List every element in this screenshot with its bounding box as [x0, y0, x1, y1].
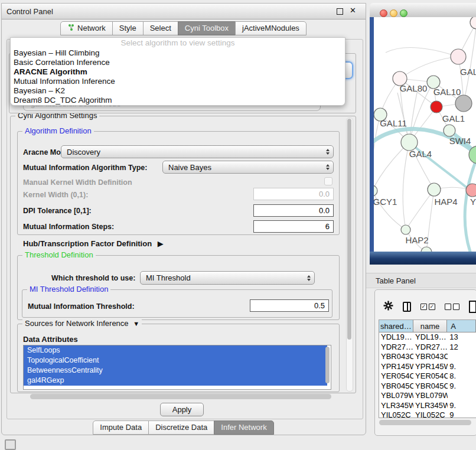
network-node[interactable] — [451, 49, 466, 64]
stepper-arrows-icon — [307, 275, 311, 281]
page-icon[interactable] — [469, 301, 476, 313]
network-node[interactable] — [466, 184, 476, 197]
network-edge[interactable] — [374, 142, 409, 191]
chevron-down-icon: ▼ — [133, 320, 139, 327]
table-row[interactable]: YER054CYER054C8. — [379, 371, 476, 381]
table-cell: 8. — [448, 371, 476, 381]
network-node-label: GAL80 — [400, 83, 428, 93]
algorithm-option[interactable]: Dream8 DC_TDC Algorithm — [11, 96, 345, 105]
network-node[interactable] — [431, 101, 442, 113]
tab-cyni-toolbox[interactable]: Cyni Toolbox — [178, 21, 236, 35]
table-cell: YDL19… — [379, 332, 413, 343]
tab-impute-data[interactable]: Impute Data — [93, 420, 149, 435]
network-edge[interactable] — [386, 47, 458, 57]
tab-select[interactable]: Select — [143, 21, 178, 35]
table-panel-title: Table Panel — [376, 276, 416, 285]
table-row[interactable]: YPR145WYPR145W9. — [379, 362, 476, 372]
network-edge[interactable] — [403, 142, 409, 230]
split-columns-icon[interactable] — [403, 302, 411, 312]
table-column-header[interactable]: shared… — [379, 320, 413, 332]
table-horizontal-scrollbar[interactable] — [379, 420, 471, 425]
network-node[interactable] — [374, 185, 377, 196]
kernel-width-field[interactable]: 0.0 — [253, 188, 334, 200]
control-panel-title: Control Panel — [6, 7, 53, 16]
algorithm-options: Bayesian – Hill ClimbingBasic Correlatio… — [11, 48, 345, 105]
algorithm-option[interactable]: Bayesian – K2 — [11, 86, 345, 96]
attribute-item[interactable]: gal4RGexp — [24, 376, 327, 386]
data-attributes-items: SelfLoopsTopologicalCoefficientBetweenne… — [24, 345, 331, 386]
table-column-header[interactable]: A — [447, 320, 476, 332]
table-row[interactable]: YBR045CYBR045C9. — [379, 381, 476, 392]
listbox-scrollbar-thumb[interactable] — [325, 347, 330, 383]
mi-threshold-field[interactable]: 0.5 — [250, 299, 329, 312]
algorithm-option[interactable]: Mutual Information Inference — [11, 77, 345, 86]
tab-style[interactable]: Style — [112, 21, 144, 35]
table-cell: YBR045C — [379, 381, 413, 392]
table-cell: YPR145W — [379, 362, 413, 372]
attribute-item[interactable]: TopologicalCoefficient — [24, 356, 327, 366]
window-close-button[interactable] — [380, 9, 387, 17]
attribute-item[interactable]: SelfLoops — [24, 345, 327, 356]
table-row[interactable]: YIL052CYIL052C9 — [379, 410, 476, 418]
network-node-label: GAL — [460, 67, 476, 77]
aracne-mode-combo[interactable]: Discovery — [61, 145, 334, 158]
table-cell: YIL052C — [379, 410, 413, 418]
network-node[interactable] — [401, 134, 418, 151]
mi-algorithm-type-combo[interactable]: Naive Bayes — [162, 161, 334, 174]
network-window-border-bottom — [370, 252, 476, 265]
algorithm-option[interactable]: ARACNE Algorithm — [11, 67, 345, 77]
attribute-item[interactable]: BetweennessCentrality — [24, 366, 327, 376]
network-edge[interactable] — [400, 57, 458, 79]
application-root: Control Panel ✕ Network Style Select Cyn… — [0, 0, 476, 450]
algorithm-option[interactable]: Basic Correlation Inference — [11, 58, 345, 67]
hub-definition-toggle[interactable]: Hub/Transcription Factor Definition ▶ — [23, 239, 164, 248]
table-cell: YER054C — [379, 371, 413, 381]
gear-icon[interactable] — [383, 301, 393, 313]
float-window-button[interactable] — [337, 8, 343, 15]
which-threshold-combo[interactable]: MI Threshold — [140, 271, 315, 285]
table-row[interactable]: YBR043CYBR043C — [379, 352, 476, 362]
tab-discretize-data[interactable]: Discretize Data — [148, 420, 214, 435]
sources-toggle[interactable]: Sources for Network Inference ▼ — [22, 319, 142, 328]
tab-network[interactable]: Network — [60, 21, 113, 35]
window-zoom-button[interactable] — [400, 9, 407, 17]
select-all-icon[interactable]: ✓✓ — [420, 304, 435, 310]
network-window-titlebar[interactable] — [370, 3, 476, 18]
table-column-header[interactable]: name — [413, 320, 448, 332]
network-node[interactable] — [428, 183, 441, 196]
mi-steps-field[interactable]: 6 — [253, 220, 334, 233]
minimized-panel-icon[interactable] — [5, 439, 16, 450]
network-node[interactable] — [401, 225, 410, 234]
tab-jactivemnodules[interactable]: jActiveMNodules — [235, 21, 307, 35]
settings-vertical-scrollbar[interactable] — [346, 118, 353, 392]
settings-scrollbar-thumb[interactable] — [347, 119, 351, 340]
kernel-width-label: Kernel Width (0,1): — [23, 191, 88, 199]
network-node[interactable] — [455, 95, 472, 112]
tab-infer-network[interactable]: Infer Network — [214, 420, 273, 435]
stepper-arrows-icon — [326, 164, 330, 170]
algorithm-dropdown-list: Select algorithm to view settings Bayesi… — [10, 37, 345, 106]
table-cell: YLR345W — [413, 401, 448, 411]
deselect-all-icon[interactable] — [445, 304, 459, 310]
apply-button[interactable]: Apply — [160, 403, 204, 416]
network-canvas[interactable]: GALGAL80GAL10GAL1GAL11SWI4GAL4GCY1HAP4YH… — [374, 17, 476, 252]
settings-horizontal-scrollbar[interactable] — [30, 394, 331, 399]
table-row[interactable]: YBL079WYBL079W — [379, 391, 476, 401]
network-node[interactable] — [444, 125, 455, 136]
dpi-tolerance-field[interactable]: 0.0 — [253, 204, 334, 217]
node-table[interactable]: shared…nameA YDL19…YDL19…13YDR27…YDR27…1… — [379, 319, 476, 418]
table-row[interactable]: YLR345WYLR345W9. — [379, 401, 476, 411]
network-node[interactable] — [421, 247, 432, 252]
window-minimize-button[interactable] — [390, 9, 397, 17]
control-panel-titlebar: Control Panel ✕ — [2, 4, 366, 19]
network-node-label: HAP2 — [405, 235, 428, 245]
algorithm-option[interactable]: Bayesian – Hill Climbing — [11, 48, 345, 58]
data-attributes-listbox[interactable]: SelfLoopsTopologicalCoefficientBetweenne… — [23, 345, 331, 390]
close-panel-button[interactable]: ✕ — [350, 6, 356, 15]
network-node-label: GCY1 — [374, 197, 397, 207]
network-node[interactable] — [470, 17, 476, 29]
table-cell: 13 — [448, 332, 476, 343]
manual-kernel-checkbox[interactable] — [324, 177, 332, 185]
table-row[interactable]: YDR27…YDR27…12 — [379, 343, 476, 353]
table-row[interactable]: YDL19…YDL19…13 — [379, 332, 476, 343]
